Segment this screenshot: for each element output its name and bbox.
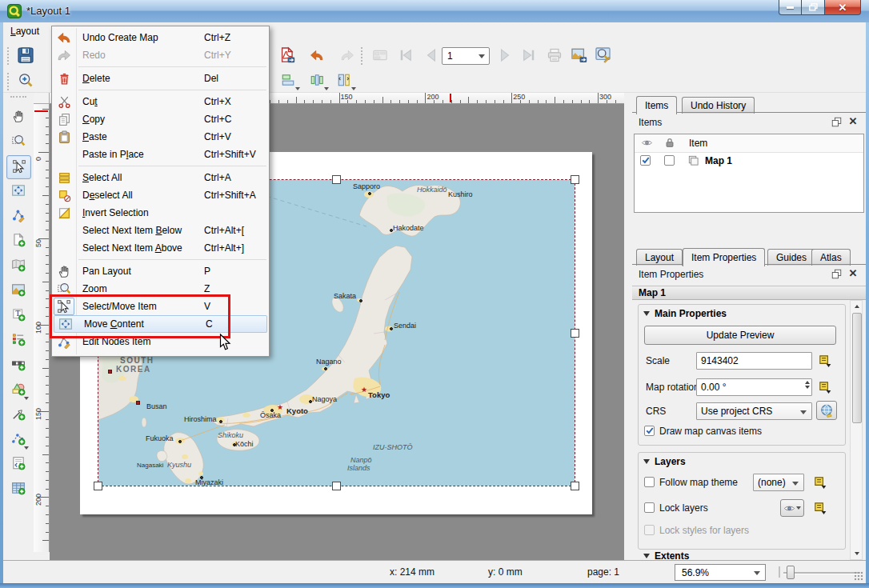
visible-layers-button[interactable] — [780, 499, 804, 517]
tab-items[interactable]: Items — [636, 96, 677, 114]
add-arrow-tool-button[interactable] — [6, 403, 30, 426]
redo-button[interactable] — [335, 45, 359, 67]
map1-visible-checkbox[interactable] — [640, 155, 651, 166]
handle-top-middle[interactable] — [332, 175, 341, 184]
scroll-up-icon[interactable] — [851, 301, 862, 312]
menu-item-deselect-all[interactable]: Deselect All Ctrl+Shift+A — [52, 186, 269, 204]
atlas-page-combo[interactable]: 1 — [442, 47, 490, 65]
handle-bottom-left[interactable] — [94, 482, 102, 490]
add-html-tool-button[interactable] — [6, 453, 30, 475]
layers-header[interactable]: Layers — [643, 456, 686, 467]
main-properties-header[interactable]: Main Properties — [643, 308, 727, 319]
add-label-tool-button[interactable]: T — [6, 304, 30, 326]
menu-item-select-next-item-above[interactable]: Select Next Item Above Ctrl+Alt+] — [52, 239, 269, 257]
add-scalebar-tool-button[interactable] — [6, 354, 30, 376]
map-theme-combo[interactable]: (none) — [753, 474, 804, 491]
save-button[interactable] — [14, 45, 38, 67]
atlas-print-button[interactable] — [543, 45, 567, 67]
select-move-tool-button[interactable] — [6, 155, 31, 179]
resize-grip[interactable] — [854, 571, 863, 581]
float-panel-icon[interactable] — [830, 267, 843, 280]
scale-input[interactable]: 9143402 — [696, 352, 812, 370]
close-panel-icon[interactable]: ✕ — [847, 114, 859, 127]
menubar-item-layout[interactable]: Layout — [3, 22, 46, 40]
properties-scrollbar[interactable] — [850, 300, 863, 560]
minimize-button[interactable] — [779, 0, 802, 15]
menu-item-pan-layout[interactable]: Pan Layout P — [52, 262, 269, 280]
edit-nodes-tool-button[interactable] — [6, 205, 30, 227]
menu-item-paste[interactable]: Paste Ctrl+V — [52, 128, 269, 146]
atlas-last-button[interactable] — [517, 45, 541, 67]
map-rotation-spinbox[interactable]: 0.00 ° — [696, 378, 812, 396]
rotation-override-button[interactable] — [815, 379, 835, 395]
handle-bottom-middle[interactable] — [332, 482, 341, 490]
handle-top-right[interactable] — [571, 175, 579, 184]
add-map-tool-button[interactable] — [6, 254, 30, 277]
handle-bottom-right[interactable] — [571, 482, 579, 490]
distribute-items-button[interactable] — [304, 70, 330, 91]
move-content-tool-button[interactable] — [6, 180, 30, 202]
toolbar-handle[interactable] — [10, 96, 26, 101]
add-page-tool-button[interactable] — [6, 230, 30, 252]
menu-item-invert-selection[interactable]: Invert Selection — [52, 204, 269, 222]
map1-locked-checkbox[interactable] — [664, 155, 675, 166]
city-dot-icon — [219, 420, 222, 423]
tab-undo-history[interactable]: Undo History — [682, 97, 755, 114]
toolbar-handle[interactable] — [7, 47, 12, 65]
slider-thumb[interactable] — [787, 566, 795, 579]
spinner-arrows-icon[interactable] — [805, 381, 810, 389]
atlas-prev-button[interactable] — [419, 45, 443, 67]
follow-map-theme-checkbox[interactable] — [644, 477, 655, 487]
add-shape-tool-button[interactable] — [6, 378, 30, 401]
lock-layers-checkbox[interactable] — [644, 502, 655, 513]
scrollbar-thumb[interactable] — [852, 313, 862, 423]
zoom-level-combo[interactable]: 56.9% — [675, 564, 766, 581]
atlas-preview-button[interactable] — [368, 45, 392, 67]
handle-middle-right[interactable] — [571, 329, 579, 338]
align-items-button[interactable] — [275, 70, 301, 91]
panel-splitter[interactable] — [624, 93, 632, 560]
crs-combo[interactable]: Use project CRS — [696, 402, 812, 420]
close-panel-icon[interactable]: ✕ — [847, 266, 859, 279]
float-panel-icon[interactable] — [830, 115, 843, 128]
zoom-in-button[interactable] — [14, 70, 38, 91]
items-row-map1[interactable]: Map 1 — [635, 152, 863, 170]
tab-item-properties[interactable]: Item Properties — [683, 248, 765, 266]
menu-item-delete[interactable]: Delete Del — [52, 70, 269, 87]
menu-item-copy[interactable]: Copy Ctrl+C — [52, 110, 269, 128]
toolbar-handle[interactable] — [7, 73, 12, 90]
zoom-tool-button[interactable] — [6, 130, 30, 153]
add-nodes-tool-button[interactable] — [6, 428, 30, 450]
menu-item-redo[interactable]: Redo Ctrl+Y — [52, 46, 269, 64]
scale-override-button[interactable] — [815, 353, 835, 369]
pan-tool-button[interactable] — [6, 106, 30, 128]
city-dot-icon — [390, 327, 393, 330]
lock-layers-override-button[interactable] — [810, 500, 831, 516]
crs-select-button[interactable] — [816, 401, 837, 420]
undo-button[interactable] — [305, 45, 329, 67]
menu-item-select-next-item-below[interactable]: Select Next Item Below Ctrl+Alt+[ — [52, 222, 269, 239]
menu-item-select-all[interactable]: Select All Ctrl+A — [52, 169, 269, 186]
export-pdf-button[interactable] — [274, 45, 298, 67]
add-table-tool-button[interactable] — [6, 478, 30, 500]
menu-item-undo-create-map[interactable]: Undo Create Map Ctrl+Z — [52, 29, 269, 46]
menu-item-cut[interactable]: Cut Ctrl+X — [52, 93, 269, 110]
atlas-settings-button[interactable] — [591, 45, 615, 67]
atlas-first-button[interactable] — [394, 45, 418, 67]
add-picture-tool-button[interactable] — [6, 279, 30, 302]
atlas-export-button[interactable] — [567, 45, 591, 67]
menu-item-paste-in-place[interactable]: Paste in Place Ctrl+Shift+V — [52, 146, 269, 163]
close-button[interactable]: ✕ — [824, 0, 861, 15]
theme-override-button[interactable] — [810, 474, 831, 490]
scroll-down-icon[interactable] — [851, 548, 862, 559]
add-legend-tool-button[interactable] — [6, 329, 30, 351]
update-preview-button[interactable]: Update Preview — [644, 326, 836, 345]
tab-guides[interactable]: Guides — [767, 249, 815, 266]
tab-atlas[interactable]: Atlas — [811, 249, 851, 266]
draw-map-canvas-items-checkbox[interactable] — [644, 426, 655, 436]
restore-button[interactable] — [802, 0, 824, 15]
tab-layout[interactable]: Layout — [636, 249, 683, 266]
zoom-slider[interactable] — [772, 564, 862, 581]
resize-items-button[interactable] — [331, 70, 357, 91]
atlas-next-button[interactable] — [493, 45, 517, 67]
